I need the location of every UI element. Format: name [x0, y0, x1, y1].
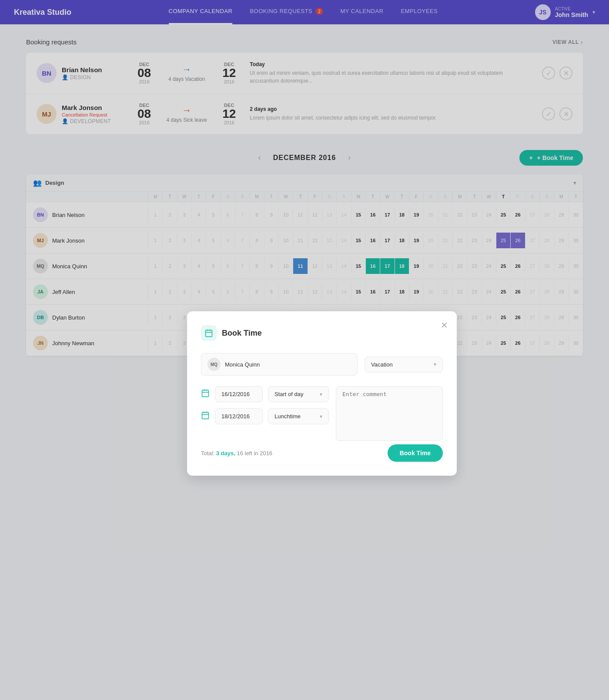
modal-calendar-icon — [201, 325, 217, 341]
modal-overlay[interactable]: Book Time ✕ MQ Monica Quinn Vacation ▾ — [0, 0, 609, 370]
modal-person-name: Monica Quinn — [225, 361, 260, 368]
svg-rect-0 — [206, 330, 212, 337]
modal-leave-type-chevron-icon: ▾ — [434, 361, 436, 367]
modal-fields-row: MQ Monica Quinn Vacation ▾ — [201, 353, 443, 370]
modal-close-button[interactable]: ✕ — [441, 320, 448, 330]
book-time-modal: Book Time ✕ MQ Monica Quinn Vacation ▾ — [187, 311, 457, 370]
modal-leave-type-select[interactable]: Vacation ▾ — [365, 357, 443, 370]
modal-title-text: Book Time — [222, 329, 262, 338]
modal-leave-type-value: Vacation — [371, 361, 393, 368]
modal-person-avatar: MQ — [207, 358, 221, 370]
modal-title-row: Book Time — [201, 325, 443, 341]
modal-person-field: MQ Monica Quinn — [201, 353, 358, 370]
